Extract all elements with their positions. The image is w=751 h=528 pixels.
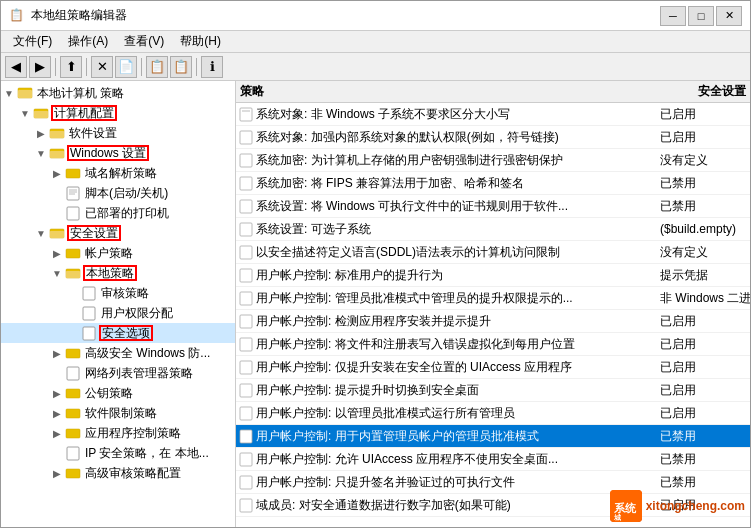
tree-applocker[interactable]: ▶ 应用程序控制策略 (1, 423, 235, 443)
tree-dns[interactable]: ▶ 域名解析策略 (1, 163, 235, 183)
policy-setting-4: 已禁用 (660, 198, 750, 215)
tree-account-policy[interactable]: ▶ 帐户策略 (1, 243, 235, 263)
policy-name-8: 用户帐户控制: 管理员批准模式中管理员的提升权限提示的... (256, 290, 660, 307)
policy-setting-1: 已启用 (660, 129, 750, 146)
policy-name-5: 系统设置: 可选子系统 (256, 221, 660, 238)
svg-rect-37 (240, 269, 252, 282)
tree-network-list[interactable]: 网络列表管理器策略 (1, 363, 235, 383)
policy-name-9: 用户帐户控制: 检测应用程序安装并提示提升 (256, 313, 660, 330)
user-rights-icon (81, 305, 97, 321)
tree-ip-security[interactable]: IP 安全策略，在 本地... (1, 443, 235, 463)
tree-root[interactable]: ▼ 本地计算机 策略 (1, 83, 235, 103)
close-button[interactable]: ✕ (716, 6, 742, 26)
menu-help[interactable]: 帮助(H) (172, 31, 229, 52)
svg-rect-28 (66, 469, 80, 478)
policy-row-4[interactable]: 系统设置: 将 Windows 可执行文件中的证书规则用于软件... 已禁用 (236, 195, 750, 218)
svg-rect-36 (240, 246, 252, 259)
net-list-label: 网络列表管理器策略 (83, 365, 193, 382)
policy-row-2[interactable]: 系统加密: 为计算机上存储的用户密钥强制进行强密钥保护 没有定义 (236, 149, 750, 172)
policy-icon-3 (236, 173, 256, 193)
properties-button[interactable]: 📄 (115, 56, 137, 78)
policy-setting-8: 非 Windows 二进制文... (660, 290, 750, 307)
tree-sw-restrict[interactable]: ▶ 软件限制策略 (1, 403, 235, 423)
policy-row-0[interactable]: 系统对象: 非 Windows 子系统不要求区分大小写 已启用 (236, 103, 750, 126)
pub-key-label: 公钥策略 (83, 385, 133, 402)
sidebar[interactable]: ▼ 本地计算机 策略 ▼ 计算机配置 ▶ (1, 81, 236, 527)
tree-public-key[interactable]: ▶ 公钥策略 (1, 383, 235, 403)
policy-row-6[interactable]: 以安全描述符定义语言(SDDL)语法表示的计算机访问限制 没有定义 (236, 241, 750, 264)
local-policy-icon (65, 265, 81, 281)
svg-rect-9 (67, 187, 79, 200)
policy-row-11[interactable]: 用户帐户控制: 仅提升安装在安全位置的 UIAccess 应用程序 已启用 (236, 356, 750, 379)
policy-setting-13: 已启用 (660, 405, 750, 422)
menu-file[interactable]: 文件(F) (5, 31, 60, 52)
security-settings-icon (49, 225, 65, 241)
policy-row-8[interactable]: 用户帐户控制: 管理员批准模式中管理员的提升权限提示的... 非 Windows… (236, 287, 750, 310)
policy-row-13[interactable]: 用户帐户控制: 以管理员批准模式运行所有管理员 已启用 (236, 402, 750, 425)
policy-row-1[interactable]: 系统对象: 加强内部系统对象的默认权限(例如，符号链接) 已启用 (236, 126, 750, 149)
tree-audit[interactable]: 审核策略 (1, 283, 235, 303)
policy-icon-12 (236, 380, 256, 400)
applocker-expand-icon: ▶ (49, 425, 65, 441)
window-title: 本地组策略编辑器 (31, 7, 127, 24)
tree-user-rights[interactable]: 用户权限分配 (1, 303, 235, 323)
tree-printers[interactable]: 已部署的打印机 (1, 203, 235, 223)
adv-sec-expand-icon: ▶ (49, 345, 65, 361)
toolbar-sep4 (196, 58, 197, 76)
delete-button[interactable]: ✕ (91, 56, 113, 78)
menu-action[interactable]: 操作(A) (60, 31, 116, 52)
user-rights-label: 用户权限分配 (99, 305, 173, 322)
maximize-button[interactable]: □ (688, 6, 714, 26)
policy-row-15[interactable]: 用户帐户控制: 允许 UIAccess 应用程序不使用安全桌面... 已禁用 (236, 448, 750, 471)
svg-rect-18 (66, 271, 80, 278)
policy-list[interactable]: 系统对象: 非 Windows 子系统不要求区分大小写 已启用 系统对象: 加强… (236, 103, 750, 527)
policy-row-3[interactable]: 系统加密: 将 FIPS 兼容算法用于加密、哈希和签名 已禁用 (236, 172, 750, 195)
security-settings-label: 安全设置 (67, 225, 121, 241)
policy-icon-6 (236, 242, 256, 262)
svg-rect-46 (240, 476, 252, 489)
adv-sec-label: 高级安全 Windows 防... (83, 345, 210, 362)
policy-name-10: 用户帐户控制: 将文件和注册表写入错误虚拟化到每用户位置 (256, 336, 660, 353)
ip-sec-expand-icon (49, 445, 65, 461)
info-button[interactable]: ℹ (201, 56, 223, 78)
tree-software[interactable]: ▶ 软件设置 (1, 123, 235, 143)
policy-row-14[interactable]: 用户帐户控制: 用于内置管理员帐户的管理员批准模式 已禁用 (236, 425, 750, 448)
tree-security-settings[interactable]: ▼ 安全设置 (1, 223, 235, 243)
local-policy-label: 本地策略 (83, 265, 137, 281)
tree-local-policy[interactable]: ▼ 本地策略 (1, 263, 235, 283)
policy-icon-7 (236, 265, 256, 285)
tree-security-options[interactable]: 安全选项 (1, 323, 235, 343)
audit-expand-icon (65, 285, 81, 301)
tree-advanced-audit[interactable]: ▶ 高级审核策略配置 (1, 463, 235, 483)
applocker-icon (65, 425, 81, 441)
security-options-label: 安全选项 (99, 325, 153, 341)
menu-view[interactable]: 查看(V) (116, 31, 172, 52)
policy-row-7[interactable]: 用户帐户控制: 标准用户的提升行为 提示凭据 (236, 264, 750, 287)
content-header: 策略 安全设置 (236, 81, 750, 103)
svg-rect-27 (67, 447, 79, 460)
tree-computer-config[interactable]: ▼ 计算机配置 (1, 103, 235, 123)
tree-windows-settings[interactable]: ▼ Windows 设置 (1, 143, 235, 163)
root-label: 本地计算机 策略 (35, 85, 124, 102)
tree-scripts[interactable]: 脚本(启动/关机) (1, 183, 235, 203)
copy-button[interactable]: 📋 (170, 56, 192, 78)
policy-icon-17 (236, 495, 256, 515)
policy-setting-15: 已禁用 (660, 451, 750, 468)
computer-expand-icon: ▼ (17, 105, 33, 121)
export-button[interactable]: 📋 (146, 56, 168, 78)
tree-advanced-security[interactable]: ▶ 高级安全 Windows 防... (1, 343, 235, 363)
policy-row-5[interactable]: 系统设置: 可选子系统 ($build.empty) (236, 218, 750, 241)
svg-rect-35 (240, 223, 252, 236)
policy-row-10[interactable]: 用户帐户控制: 将文件和注册表写入错误虚拟化到每用户位置 已启用 (236, 333, 750, 356)
up-button[interactable]: ⬆ (60, 56, 82, 78)
software-icon (49, 125, 65, 141)
back-button[interactable]: ◀ (5, 56, 27, 78)
dns-expand-icon: ▶ (49, 165, 65, 181)
policy-icon-15 (236, 449, 256, 469)
policy-row-9[interactable]: 用户帐户控制: 检测应用程序安装并提示提升 已启用 (236, 310, 750, 333)
minimize-button[interactable]: ─ (660, 6, 686, 26)
policy-setting-7: 提示凭据 (660, 267, 750, 284)
policy-row-12[interactable]: 用户帐户控制: 提示提升时切换到安全桌面 已启用 (236, 379, 750, 402)
forward-button[interactable]: ▶ (29, 56, 51, 78)
col-policy-header: 策略 (240, 83, 656, 100)
